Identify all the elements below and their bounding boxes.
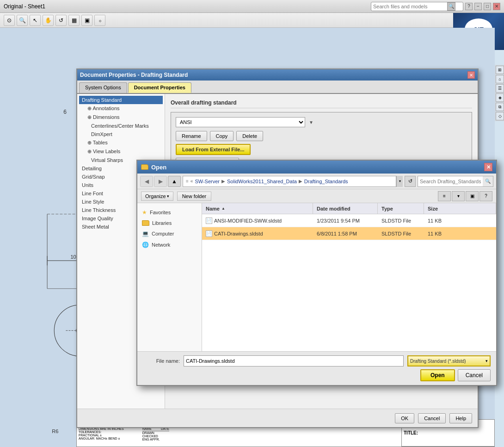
address-path: ≡ « SW-Server ▶ SolidWorks2011_Shared_Da… bbox=[183, 176, 396, 187]
view-more-btn[interactable]: ▾ bbox=[452, 191, 465, 201]
file-name-input[interactable] bbox=[184, 355, 404, 366]
libraries-folder-icon bbox=[142, 220, 149, 226]
right-btn-2[interactable]: ⌂ bbox=[496, 75, 504, 83]
footer-filename-row: File name: Drafting Standard (*.sldstd) … bbox=[143, 355, 491, 366]
open-dialog-title-bar: Open ✕ bbox=[137, 161, 496, 174]
delete-btn[interactable]: Delete bbox=[236, 131, 263, 141]
toolbar2: ⊙ 🔍 ↖ ✋ ↺ ▦ ▣ ⬦ bbox=[0, 13, 453, 28]
right-btn-6[interactable]: ◇ bbox=[496, 112, 504, 120]
view-details-btn[interactable]: ≡ bbox=[438, 191, 451, 201]
col-size-header[interactable]: Size bbox=[424, 203, 496, 214]
file-row-ansi[interactable]: 📄 ANSI-MODIFIED-SWW.sldstd 1/23/2011 9:5… bbox=[202, 214, 496, 227]
open-dialog: Open ✕ ◀ ▶ ▲ ≡ « SW-Server ▶ SolidWorks2… bbox=[136, 160, 497, 386]
help-open-btn[interactable]: ? bbox=[479, 191, 492, 201]
folder-icon bbox=[141, 164, 148, 170]
nav-item-tables[interactable]: ⊕ Tables bbox=[79, 138, 163, 147]
display-icon[interactable]: ▣ bbox=[81, 15, 92, 26]
drawn-label: DRAWN bbox=[142, 431, 169, 435]
file-type-dropdown[interactable]: Drafting Standard (*.sldstd) ▾ bbox=[407, 355, 491, 366]
restore-btn[interactable]: □ bbox=[484, 3, 491, 10]
right-btn-3[interactable]: ☰ bbox=[496, 84, 504, 93]
label-6: 6 bbox=[63, 109, 67, 115]
dropdown-row: ANSI ▼ bbox=[176, 117, 467, 127]
title-bar-right: 🔍 ? − □ ✕ bbox=[371, 2, 500, 11]
panel-item-favorites[interactable]: ★ Favorites bbox=[139, 207, 200, 218]
close-btn[interactable]: ✕ bbox=[493, 3, 500, 10]
search-input[interactable] bbox=[373, 4, 447, 9]
path-drafting-standards[interactable]: Drafting_Standards bbox=[304, 179, 348, 184]
col-date-header[interactable]: Date modified bbox=[313, 203, 378, 214]
select-icon[interactable]: ↖ bbox=[30, 15, 41, 26]
app-window: Original - Sheet1 🔍 ? − □ ✕ ⊙ 🔍 ↖ ✋ ↺ ▦ … bbox=[0, 0, 504, 447]
doc-props-title-bar: Document Properties - Drafting Standard … bbox=[77, 69, 478, 81]
app-title: Original - Sheet1 bbox=[4, 3, 45, 10]
open-dialog-close-btn[interactable]: ✕ bbox=[484, 163, 492, 171]
drafting-standard-select[interactable]: ANSI bbox=[176, 117, 305, 127]
right-toolbar: ⊞ ⌂ ☰ ◈ ⧉ ◇ bbox=[495, 65, 504, 121]
open-search-input[interactable] bbox=[418, 179, 483, 184]
svg-text:R6: R6 bbox=[52, 428, 58, 434]
open-file-btn[interactable]: Open bbox=[420, 369, 455, 381]
panel-item-libraries[interactable]: Libraries bbox=[139, 218, 200, 228]
checked-label: CHECKED bbox=[142, 435, 169, 438]
panel-item-computer[interactable]: 💻 Computer bbox=[139, 228, 200, 239]
doc-props-close-btn[interactable]: ✕ bbox=[467, 71, 475, 79]
tab-document-properties[interactable]: Document Properties bbox=[128, 82, 191, 93]
footer-btns: Open Cancel bbox=[143, 369, 491, 381]
help-btn[interactable]: ? bbox=[465, 3, 473, 10]
nav-btns: ◀ ▶ ▲ bbox=[140, 176, 181, 187]
nav-item-annotations[interactable]: ⊕ Annotations bbox=[79, 104, 163, 113]
open-dialog-footer: File name: Drafting Standard (*.sldstd) … bbox=[137, 351, 496, 385]
path-sw-server[interactable]: SW-Server bbox=[195, 179, 220, 184]
nav-item-dimxpert[interactable]: DimXpert bbox=[79, 130, 163, 138]
title-bar-left: Original - Sheet1 bbox=[4, 3, 45, 10]
section-label: Overall drafting standard bbox=[171, 99, 472, 108]
forward-btn[interactable]: ▶ bbox=[154, 176, 167, 187]
ok-btn[interactable]: OK bbox=[395, 413, 414, 423]
nav-item-dimensions[interactable]: ⊕ Dimensions bbox=[79, 113, 163, 122]
cancel-btn[interactable]: Cancel bbox=[418, 413, 446, 423]
nav-item-drafting-standard[interactable]: Drafting Standard bbox=[79, 96, 163, 104]
file-browser: ★ Favorites Libraries 💻 Computer 🌐 Netwo… bbox=[137, 203, 496, 351]
organize-btn[interactable]: Organize ▾ bbox=[141, 192, 173, 201]
open-toolbar: Organize ▾ New folder ≡ ▾ ▣ ? bbox=[137, 189, 496, 203]
new-folder-btn[interactable]: New folder bbox=[177, 192, 212, 201]
pan-icon[interactable]: ✋ bbox=[43, 15, 54, 26]
minimize-btn[interactable]: − bbox=[474, 3, 482, 10]
file-row-cati[interactable]: 📄 CATI-Drawings.sldstd 6/8/2011 1:58 PM … bbox=[202, 227, 496, 240]
view-icon[interactable]: ▦ bbox=[68, 15, 80, 26]
path-dropdown[interactable]: ▾ bbox=[396, 176, 403, 187]
panel-item-network[interactable]: 🌐 Network bbox=[139, 239, 200, 250]
up-btn[interactable]: ▲ bbox=[168, 176, 181, 187]
open-dialog-title-text: Open bbox=[141, 164, 166, 171]
rename-btn[interactable]: Rename bbox=[176, 131, 207, 141]
col-type-header[interactable]: Type bbox=[378, 203, 424, 214]
file-list: Name ▲ Date modified Type Size 📄 bbox=[202, 203, 496, 351]
open-search[interactable]: 🔍 bbox=[418, 176, 493, 187]
network-icon: 🌐 bbox=[142, 242, 149, 248]
back-btn[interactable]: ◀ bbox=[140, 176, 153, 187]
cancel-open-btn[interactable]: Cancel bbox=[458, 369, 491, 381]
preview-btn[interactable]: ▣ bbox=[466, 191, 479, 201]
view-btns: ≡ ▾ ▣ ? bbox=[438, 191, 492, 201]
more-icon[interactable]: ⬦ bbox=[94, 15, 105, 26]
load-external-btn[interactable]: Load From External File... bbox=[176, 144, 251, 155]
tab-system-options[interactable]: System Options bbox=[79, 82, 127, 93]
nav-item-view-labels[interactable]: ⊕ View Labels bbox=[79, 147, 163, 156]
right-btn-4[interactable]: ◈ bbox=[496, 93, 504, 102]
doc-props-title: Document Properties - Drafting Standard bbox=[80, 72, 188, 78]
search-icon-btn[interactable]: 🔍 bbox=[447, 2, 455, 11]
right-btn-1[interactable]: ⊞ bbox=[496, 66, 504, 74]
zoom-fit-icon[interactable]: ⊙ bbox=[4, 15, 15, 26]
open-search-btn[interactable]: 🔍 bbox=[483, 176, 493, 186]
path-solidworks[interactable]: SolidWorks2011_Shared_Data bbox=[227, 179, 297, 184]
help-btn-dialog[interactable]: Help bbox=[449, 413, 472, 423]
copy-btn[interactable]: Copy bbox=[210, 131, 234, 141]
rotate-icon[interactable]: ↺ bbox=[55, 15, 67, 26]
nav-item-centerlines[interactable]: Centerlines/Center Marks bbox=[79, 122, 163, 130]
refresh-btn[interactable]: ↺ bbox=[405, 176, 416, 187]
search-box[interactable]: 🔍 bbox=[371, 2, 463, 11]
zoom-in-icon[interactable]: 🔍 bbox=[17, 15, 28, 26]
right-btn-5[interactable]: ⧉ bbox=[496, 103, 504, 111]
col-name-header[interactable]: Name ▲ bbox=[202, 203, 313, 214]
